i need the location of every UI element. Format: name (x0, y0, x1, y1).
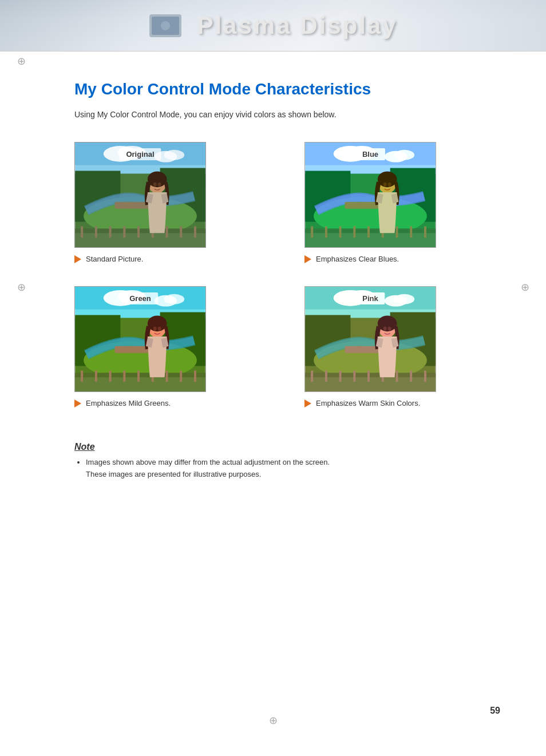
svg-rect-97 (353, 370, 355, 382)
svg-point-34 (394, 150, 415, 160)
svg-rect-74 (166, 370, 168, 382)
svg-rect-43 (325, 226, 327, 238)
svg-rect-71 (123, 370, 125, 382)
arrow-icon-original (74, 255, 81, 263)
page-number: 59 (490, 706, 500, 716)
svg-rect-93 (305, 373, 436, 377)
svg-point-28 (158, 183, 161, 187)
arrow-icon-pink (304, 399, 311, 407)
page-title: My Color Control Mode Characteristics (74, 80, 489, 98)
arrow-icon-green (74, 399, 81, 407)
image-label-pink: Pink (355, 292, 385, 304)
image-item-green: Green Emphasizes Mild Greens. (74, 286, 259, 407)
svg-rect-96 (339, 370, 342, 382)
svg-rect-42 (311, 226, 313, 238)
svg-rect-98 (367, 370, 370, 382)
svg-rect-94 (311, 370, 313, 382)
svg-rect-72 (137, 370, 140, 382)
image-box-pink: Pink (304, 286, 436, 392)
svg-rect-67 (75, 373, 205, 377)
main-content: My Color Control Mode Characteristics Us… (0, 52, 546, 515)
header-logo-area: Plasma Display (148, 11, 397, 40)
svg-point-54 (388, 183, 391, 187)
svg-point-52 (378, 171, 397, 187)
svg-point-26 (148, 171, 167, 187)
svg-point-105 (383, 327, 387, 331)
reg-mark-bottom (266, 714, 280, 727)
svg-point-2 (161, 21, 170, 30)
svg-rect-68 (81, 370, 83, 382)
svg-rect-95 (325, 370, 327, 382)
intro-text: Using My Color Control Mode, you can enj… (74, 110, 489, 119)
caption-original: Standard Picture. (74, 255, 259, 263)
image-label-blue: Blue (355, 148, 385, 160)
svg-rect-24 (194, 226, 196, 238)
note-section: Note Images shown above may differ from … (74, 436, 489, 481)
svg-point-78 (148, 315, 167, 331)
svg-rect-41 (305, 228, 436, 233)
image-item-blue: Blue Emphasizes Clear Blues. (304, 142, 489, 263)
header-title: Plasma Display (197, 12, 397, 39)
svg-rect-46 (367, 226, 370, 238)
reg-mark-mid-right (518, 280, 532, 294)
caption-pink: Emphasizes Warm Skin Colors. (304, 399, 489, 407)
svg-rect-102 (424, 370, 426, 382)
svg-rect-44 (339, 226, 342, 238)
caption-blue: Emphasizes Clear Blues. (304, 255, 489, 263)
svg-rect-15 (75, 228, 205, 233)
svg-rect-69 (95, 370, 97, 382)
svg-point-104 (378, 315, 397, 331)
image-box-green: Green (74, 286, 206, 392)
note-list: Images shown above may differ from the a… (74, 457, 489, 481)
svg-rect-75 (180, 370, 182, 382)
reg-mark-mid-left (14, 280, 28, 294)
svg-point-27 (153, 183, 157, 187)
image-label-original: Original (119, 148, 161, 160)
svg-point-80 (158, 327, 161, 331)
svg-rect-45 (353, 226, 355, 238)
svg-rect-23 (180, 226, 182, 238)
svg-rect-48 (396, 226, 398, 238)
svg-rect-70 (109, 370, 112, 382)
svg-point-86 (394, 294, 415, 304)
svg-point-60 (164, 294, 185, 304)
svg-point-79 (153, 327, 157, 331)
note-title: Note (74, 442, 489, 452)
reg-mark-top-left (14, 54, 28, 68)
svg-rect-18 (109, 226, 112, 238)
note-item-1: Images shown above may differ from the a… (86, 457, 489, 481)
svg-rect-16 (81, 226, 83, 238)
svg-rect-20 (137, 226, 140, 238)
svg-rect-49 (410, 226, 412, 238)
header-banner: Plasma Display (0, 0, 546, 52)
svg-rect-50 (424, 226, 426, 238)
svg-rect-101 (410, 370, 412, 382)
image-box-original: Original (74, 142, 206, 248)
image-item-pink: Pink Emphasizes Warm Skin Colors. (304, 286, 489, 407)
svg-rect-17 (95, 226, 97, 238)
svg-rect-19 (123, 226, 125, 238)
svg-point-8 (164, 150, 185, 160)
image-item-original: Original Standard Picture. (74, 142, 259, 263)
svg-point-53 (383, 183, 387, 187)
image-grid: Original Standard Picture. (74, 142, 489, 407)
image-label-green: Green (122, 292, 158, 304)
svg-rect-100 (396, 370, 398, 382)
svg-rect-76 (194, 370, 196, 382)
svg-rect-22 (166, 226, 168, 238)
caption-green: Emphasizes Mild Greens. (74, 399, 259, 407)
image-box-blue: Blue (304, 142, 436, 248)
arrow-icon-blue (304, 255, 311, 263)
svg-point-106 (388, 327, 391, 331)
brand-small (148, 11, 185, 40)
